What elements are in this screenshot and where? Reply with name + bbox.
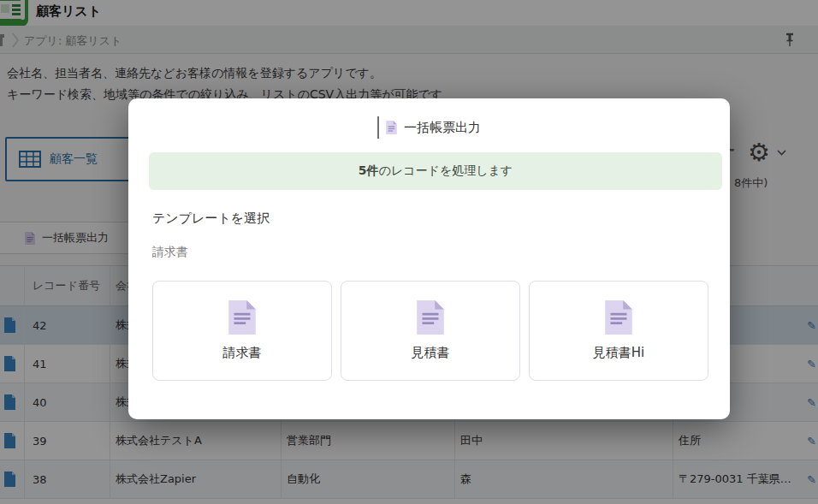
template-card-label: 見積書Hi (593, 345, 644, 361)
select-template-label: テンプレートを選択 (152, 210, 270, 227)
banner-message: のレコードを処理します (379, 163, 513, 177)
document-icon (386, 121, 397, 134)
template-card-list: 請求書 見積書 見積 (152, 281, 708, 381)
template-card-label: 見積書 (412, 345, 450, 361)
template-category-label: 請求書 (152, 245, 188, 260)
document-icon (228, 300, 256, 335)
document-icon (417, 300, 444, 335)
template-card-mitsumorisho-hi[interactable]: 見積書Hi (529, 281, 708, 381)
dialog-title-text: 一括帳票出力 (404, 120, 481, 136)
bulk-export-dialog: 一括帳票出力 5件のレコードを処理します テンプレートを選択 請求書 請求書 (128, 98, 730, 419)
template-card-label: 請求書 (223, 345, 262, 361)
record-count-banner: 5件のレコードを処理します (149, 152, 722, 190)
template-card-mitsumorisho[interactable]: 見積書 (341, 281, 520, 381)
document-icon (605, 300, 632, 335)
banner-count: 5件 (359, 163, 379, 177)
page: 顧客リスト アプリ: 顧客リスト 会社名、担当者名、連絡先などお客様の情報を登録… (0, 0, 818, 504)
dialog-title: 一括帳票出力 (128, 116, 730, 139)
title-caret-bar (377, 116, 379, 139)
template-card-seikyusho[interactable]: 請求書 (152, 281, 332, 381)
